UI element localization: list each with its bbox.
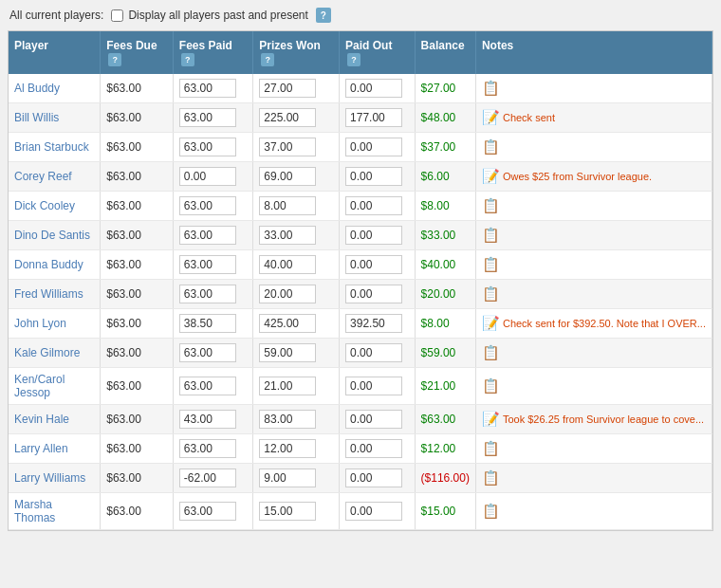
paid-out-input[interactable] — [345, 108, 402, 127]
player-name[interactable]: Corey Reef — [14, 170, 72, 183]
note-icon[interactable]: 📝 — [482, 109, 499, 126]
note-icon[interactable]: 📋 — [482, 344, 499, 361]
paid-out-input[interactable] — [345, 138, 402, 156]
note-icon[interactable]: 📋 — [482, 80, 499, 97]
player-name[interactable]: Larry Williams — [14, 471, 85, 485]
player-name[interactable]: Marsha Thomas — [14, 498, 55, 524]
notes-cell: 📋 — [475, 492, 712, 529]
paid-out-input[interactable] — [345, 469, 402, 487]
fees-paid-input[interactable] — [179, 439, 236, 458]
paid-out-input[interactable] — [345, 314, 402, 333]
prizes-won-input[interactable] — [259, 108, 316, 127]
prizes-won-input[interactable] — [259, 343, 316, 362]
prizes-won-input[interactable] — [259, 138, 316, 156]
fees-paid-input[interactable] — [179, 255, 236, 274]
player-name[interactable]: Kale Gilmore — [14, 346, 80, 359]
prizes-won-input[interactable] — [259, 469, 316, 487]
fees-due-cell: $63.00 — [101, 492, 174, 529]
balance-value: ($116.00) — [421, 471, 470, 485]
fees-paid-input[interactable] — [179, 314, 236, 333]
prizes-won-input[interactable] — [259, 439, 316, 458]
prizes-won-input[interactable] — [259, 410, 316, 429]
prizes-won-input[interactable] — [259, 226, 316, 245]
paid-out-input[interactable] — [345, 439, 402, 458]
fees-paid-input[interactable] — [179, 167, 236, 186]
fees-paid-input[interactable] — [179, 502, 236, 521]
note-icon[interactable]: 📋 — [482, 138, 499, 156]
fees-due-cell: $63.00 — [101, 367, 174, 404]
player-name[interactable]: Ken/Carol Jessop — [14, 373, 65, 399]
prizes-won-help-icon[interactable]: ? — [261, 53, 274, 66]
balance-cell: $33.00 — [415, 220, 475, 249]
paid-out-input[interactable] — [345, 196, 402, 215]
paid-out-input[interactable] — [345, 167, 402, 186]
fees-paid-input[interactable] — [179, 79, 236, 98]
note-icon[interactable]: 📋 — [482, 469, 499, 487]
prizes-won-cell — [253, 492, 340, 529]
fees-due-help-icon[interactable]: ? — [108, 53, 121, 66]
fees-paid-input[interactable] — [179, 343, 236, 362]
prizes-won-input[interactable] — [259, 285, 316, 303]
prizes-won-cell — [253, 404, 340, 433]
fees-paid-input[interactable] — [179, 196, 236, 215]
note-icon[interactable]: 📝 — [482, 411, 499, 428]
display-all-checkbox[interactable] — [111, 9, 123, 22]
fees-paid-input[interactable] — [179, 108, 236, 127]
balance-cell: $6.00 — [415, 161, 475, 191]
prizes-won-input[interactable] — [259, 377, 316, 395]
paid-out-input[interactable] — [345, 502, 402, 521]
player-name[interactable]: Larry Allen — [14, 442, 68, 455]
player-name[interactable]: Fred Williams — [14, 287, 83, 301]
prizes-won-input[interactable] — [259, 314, 316, 333]
note-icon[interactable]: 📋 — [482, 503, 499, 520]
help-icon[interactable]: ? — [316, 8, 331, 23]
paid-out-input[interactable] — [345, 343, 402, 362]
paid-out-input[interactable] — [345, 79, 402, 98]
table-row: Kevin Hale$63.00$63.00📝Took $26.25 from … — [9, 404, 712, 433]
fees-due-cell: $63.00 — [101, 249, 174, 279]
prizes-won-input[interactable] — [259, 167, 316, 186]
paid-out-input[interactable] — [345, 285, 402, 303]
note-text: Check sent — [503, 112, 555, 123]
fees-paid-input[interactable] — [179, 285, 236, 303]
player-name[interactable]: Dino De Santis — [14, 229, 90, 242]
balance-cell: $8.00 — [415, 191, 475, 220]
note-icon[interactable]: 📋 — [482, 197, 499, 214]
player-name[interactable]: Bill Willis — [14, 111, 59, 124]
col-player: Player — [9, 31, 101, 74]
fees-paid-input[interactable] — [179, 410, 236, 429]
balance-value: $20.00 — [421, 287, 456, 301]
player-name[interactable]: Kevin Hale — [14, 413, 69, 426]
paid-out-input[interactable] — [345, 377, 402, 395]
prizes-won-input[interactable] — [259, 502, 316, 521]
player-name[interactable]: John Lyon — [14, 317, 66, 330]
player-name-cell: Bill Willis — [9, 102, 101, 132]
note-icon[interactable]: 📋 — [482, 377, 499, 395]
note-icon[interactable]: 📋 — [482, 440, 499, 457]
prizes-won-input[interactable] — [259, 196, 316, 215]
paid-out-input[interactable] — [345, 226, 402, 245]
notes-cell: 📋 — [475, 74, 712, 103]
note-icon[interactable]: 📋 — [482, 285, 499, 303]
prizes-won-input[interactable] — [259, 255, 316, 274]
fees-paid-input[interactable] — [179, 226, 236, 245]
player-name[interactable]: Dick Cooley — [14, 199, 75, 212]
fees-paid-help-icon[interactable]: ? — [181, 53, 194, 66]
fees-paid-input[interactable] — [179, 469, 236, 487]
table-row: Donna Buddy$63.00$40.00📋 — [9, 249, 712, 279]
note-icon[interactable]: 📝 — [482, 168, 499, 185]
note-icon[interactable]: 📝 — [482, 315, 499, 332]
player-name[interactable]: Al Buddy — [14, 82, 60, 95]
prizes-won-input[interactable] — [259, 79, 316, 98]
paid-out-help-icon[interactable]: ? — [347, 53, 360, 66]
paid-out-input[interactable] — [345, 410, 402, 429]
note-icon[interactable]: 📋 — [482, 256, 499, 273]
paid-out-input[interactable] — [345, 255, 402, 274]
display-all-label[interactable]: Display all players past and present — [111, 9, 307, 22]
fees-paid-input[interactable] — [179, 138, 236, 156]
player-name[interactable]: Brian Starbuck — [14, 140, 89, 154]
player-name[interactable]: Donna Buddy — [14, 258, 83, 271]
note-icon[interactable]: 📋 — [482, 227, 499, 244]
fees-paid-cell — [173, 404, 252, 433]
fees-paid-input[interactable] — [179, 377, 236, 395]
